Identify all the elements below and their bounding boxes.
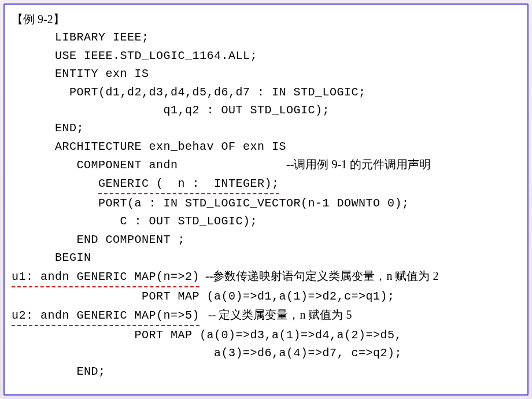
code-seg: COMPONENT andn [12, 156, 286, 174]
code-line-4: PORT(d1,d2,d3,d4,d5,d6,d7 : IN STD_LOGIC… [12, 83, 520, 101]
code-line-15: PORT MAP (a(0)=>d1,a(1)=>d2,c=>q1); [12, 287, 520, 305]
code-line-17: PORT MAP (a(0)=>d3,a(1)=>d4,a(2)=>d5, [12, 326, 520, 344]
code-line-19: END; [12, 363, 520, 380]
u2-generic-map-underlined: u2: andn GENERIC MAP(n=>5) [12, 306, 200, 326]
code-line-6: END; [12, 119, 520, 137]
code-line-12: END COMPONENT ; [12, 231, 520, 249]
indent [12, 175, 98, 193]
code-line-11: C : OUT STD_LOGIC); [12, 212, 520, 230]
code-line-10: PORT(a : IN STD_LOGIC_VECTOR(n-1 DOWNTO … [12, 194, 520, 212]
code-line-16: u2: andn GENERIC MAP(n=>5) -- 定义类属变量，n 赋… [12, 306, 520, 326]
comment-cn: --调用例 9-1 的元件调用声明 [286, 156, 431, 173]
code-line-14: u1: andn GENERIC MAP(n=>2) --参数传递映射语句定义类… [12, 267, 520, 287]
code-line-7: ARCHITECTURE exn_behav OF exn IS [12, 138, 520, 156]
code-line-18: a(3)=>d6,a(4)=>d7, c=>q2); [12, 344, 520, 362]
example-title: 【例 9-2】 [12, 13, 65, 25]
generic-decl-underlined: GENERIC ( n : INTEGER); [98, 175, 279, 194]
comment-cn: --参数传递映射语句定义类属变量，n 赋值为 2 [200, 267, 438, 285]
code-line-2: USE IEEE.STD_LOGIC_1164.ALL; [12, 47, 520, 65]
sheet: 【例 9-2】 LIBRARY IEEE; USE IEEE.STD_LOGIC… [3, 3, 529, 396]
code-line-8: COMPONENT andn --调用例 9-1 的元件调用声明 [12, 156, 520, 174]
code-line-5: q1,q2 : OUT STD_LOGIC); [12, 101, 520, 119]
code-line-13: BEGIN [12, 249, 520, 267]
code-line-1: LIBRARY IEEE; [12, 28, 520, 46]
code-line-3: ENTITY exn IS [12, 65, 520, 83]
u1-generic-map-underlined: u1: andn GENERIC MAP(n=>2) [12, 268, 200, 287]
comment-cn: -- 定义类属变量，n 赋值为 5 [200, 306, 352, 324]
code-line-9: GENERIC ( n : INTEGER); [12, 175, 520, 194]
page: 【例 9-2】 LIBRARY IEEE; USE IEEE.STD_LOGIC… [0, 0, 532, 399]
